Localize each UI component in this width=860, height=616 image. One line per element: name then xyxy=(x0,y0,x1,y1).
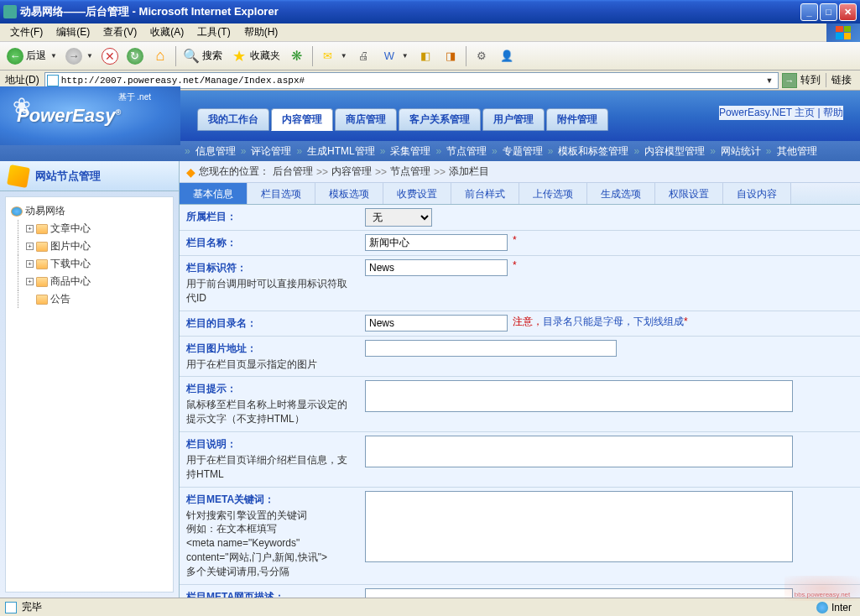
refresh-icon: ↻ xyxy=(127,48,143,65)
subtab-collect[interactable]: 采集管理 xyxy=(385,144,435,159)
input-dir-name[interactable] xyxy=(365,315,508,331)
subtab-html[interactable]: 生成HTML管理 xyxy=(302,144,380,159)
formtab-permission[interactable]: 权限设置 xyxy=(655,183,723,204)
link-help[interactable]: 帮助 xyxy=(823,107,843,118)
tab-crm[interactable]: 客户关系管理 xyxy=(399,108,481,131)
main-tabs: 我的工作台 内容管理 商店管理 客户关系管理 用户管理 附件管理 xyxy=(197,108,608,130)
menu-view[interactable]: 查看(V) xyxy=(96,23,143,41)
search-button[interactable]: 🔍 搜索 xyxy=(180,45,226,67)
input-image-url[interactable] xyxy=(365,340,617,357)
required-mark: * xyxy=(513,234,517,246)
breadcrumb-item[interactable]: 节点管理 xyxy=(390,164,430,179)
address-input[interactable] xyxy=(61,76,763,86)
expand-icon[interactable]: + xyxy=(26,243,34,250)
label-dir-name: 栏目的目录名： xyxy=(180,311,360,336)
tree-item[interactable]: +图片中心 xyxy=(11,238,168,255)
formtab-custom[interactable]: 自设内容 xyxy=(723,183,791,204)
formtab-charge[interactable]: 收费设置 xyxy=(383,183,451,204)
subtab-model[interactable]: 内容模型管理 xyxy=(639,144,710,159)
subtab-template[interactable]: 模板和标签管理 xyxy=(553,144,633,159)
label-meta-desc: 栏目META网页描述：针对搜索引擎设置的网页描述 例如：在文本框填写 <meta… xyxy=(180,585,360,598)
tree-item[interactable]: 公告 xyxy=(11,290,168,308)
formtab-generate[interactable]: 生成选项 xyxy=(587,183,655,204)
formtab-column-opts[interactable]: 栏目选项 xyxy=(248,183,315,204)
logo-area: 基于 .net PowerEasy® xyxy=(0,86,180,145)
home-icon: ⌂ xyxy=(152,48,169,65)
internet-zone-icon xyxy=(816,602,828,613)
formtab-upload[interactable]: 上传选项 xyxy=(519,183,587,204)
textarea-description[interactable] xyxy=(365,436,793,467)
minimize-button[interactable]: _ xyxy=(800,3,818,21)
tab-user-manage[interactable]: 用户管理 xyxy=(482,108,545,131)
address-dropdown[interactable]: ▼ xyxy=(763,76,776,85)
expand-icon[interactable]: + xyxy=(26,278,34,285)
favorites-label: 收藏夹 xyxy=(250,49,280,63)
breadcrumb-item[interactable]: 内容管理 xyxy=(331,164,372,179)
select-parent-column[interactable]: 无 xyxy=(365,208,432,227)
subtab-topic[interactable]: 专题管理 xyxy=(498,144,548,159)
textarea-tooltip[interactable] xyxy=(365,380,793,412)
menu-favorites[interactable]: 收藏(A) xyxy=(143,23,190,41)
print-button[interactable]: 🖨 xyxy=(352,45,376,67)
expand-icon[interactable]: + xyxy=(26,260,34,268)
gear-icon: ⚙ xyxy=(473,48,490,65)
subtab-other[interactable]: 其他管理 xyxy=(772,144,822,159)
refresh-button[interactable]: ↻ xyxy=(123,45,147,67)
menu-edit[interactable]: 编辑(E) xyxy=(50,23,96,41)
menu-help[interactable]: 帮助(H) xyxy=(237,23,285,41)
expand-icon[interactable]: + xyxy=(26,225,34,232)
subtab-comment[interactable]: 评论管理 xyxy=(246,144,296,159)
tree-item[interactable]: +商品中心 xyxy=(11,273,168,290)
tree-item[interactable]: +下载中心 xyxy=(11,255,168,273)
favorites-button[interactable]: ★ 收藏夹 xyxy=(227,45,284,67)
input-identifier[interactable] xyxy=(365,259,508,276)
header-links: PowerEasy.NET 主页 | 帮助 xyxy=(719,106,843,120)
separator xyxy=(312,46,313,66)
tab-shop-manage[interactable]: 商店管理 xyxy=(335,108,397,131)
extra-button-1[interactable]: ⚙ xyxy=(470,45,493,67)
back-button[interactable]: ← 后退 ▼ xyxy=(3,45,60,67)
side-panel: 网站节点管理 动易网络 +文章中心 +图片中心 +下载中心 +商品中心 公告 xyxy=(0,161,180,598)
extra-button-2[interactable]: 👤 xyxy=(495,45,519,67)
ie-logo xyxy=(826,23,860,42)
formtab-basic[interactable]: 基本信息 xyxy=(180,183,248,204)
menu-file[interactable]: 文件(F) xyxy=(3,23,50,41)
print-icon: 🖨 xyxy=(356,48,373,65)
input-column-name[interactable] xyxy=(365,234,508,251)
breadcrumb: ◆ 您现在的位置： 后台管理>> 内容管理>> 节点管理>> 添加栏目 xyxy=(180,161,860,183)
history-button[interactable]: ❋ xyxy=(285,45,309,67)
mail-button[interactable]: ✉▼ xyxy=(316,45,351,67)
subtab-stats[interactable]: 网站统计 xyxy=(716,144,766,159)
tab-content-manage[interactable]: 内容管理 xyxy=(271,108,333,131)
close-button[interactable]: ✕ xyxy=(839,3,857,21)
stop-button[interactable]: ✕ xyxy=(98,45,122,67)
tree-item[interactable]: +文章中心 xyxy=(11,220,168,238)
maximize-button[interactable]: □ xyxy=(820,3,837,21)
discuss-button[interactable]: ◧ xyxy=(414,45,437,67)
menu-tools[interactable]: 工具(T) xyxy=(190,23,237,41)
word-icon: W xyxy=(381,48,398,65)
research-button[interactable]: ◨ xyxy=(439,45,462,67)
form-body: 所属栏目： 无 栏目名称： * 栏目标识符：用于前台调用时可以直接用标识符取代I… xyxy=(180,205,860,598)
label-tooltip: 栏目提示：鼠标移至栏目名称上时将显示设定的提示文字（不支持HTML） xyxy=(180,377,360,431)
home-button[interactable]: ⌂ xyxy=(149,45,172,67)
go-button[interactable]: → xyxy=(782,73,797,88)
formtab-template-opts[interactable]: 模板选项 xyxy=(315,183,383,204)
page-icon xyxy=(47,75,59,86)
chevron-down-icon: ▼ xyxy=(86,52,93,60)
tab-attachment-manage[interactable]: 附件管理 xyxy=(546,108,608,131)
forward-button[interactable]: → ▼ xyxy=(62,45,96,67)
subtab-info[interactable]: 信息管理 xyxy=(190,144,241,159)
discuss-icon: ◧ xyxy=(417,48,434,65)
textarea-meta-desc[interactable] xyxy=(365,588,793,598)
tree-root[interactable]: 动易网络 xyxy=(11,202,168,220)
tab-workbench[interactable]: 我的工作台 xyxy=(197,108,269,131)
formtab-front-style[interactable]: 前台样式 xyxy=(451,183,519,204)
subtab-node[interactable]: 节点管理 xyxy=(441,144,492,159)
links-label[interactable]: 链接 xyxy=(826,73,857,87)
textarea-meta-keywords[interactable] xyxy=(365,491,793,562)
label-identifier: 栏目标识符：用于前台调用时可以直接用标识符取代ID xyxy=(180,256,360,311)
breadcrumb-item[interactable]: 后台管理 xyxy=(273,164,313,179)
link-home[interactable]: PowerEasy.NET 主页 xyxy=(719,107,815,118)
edit-button[interactable]: W▼ xyxy=(378,45,412,67)
